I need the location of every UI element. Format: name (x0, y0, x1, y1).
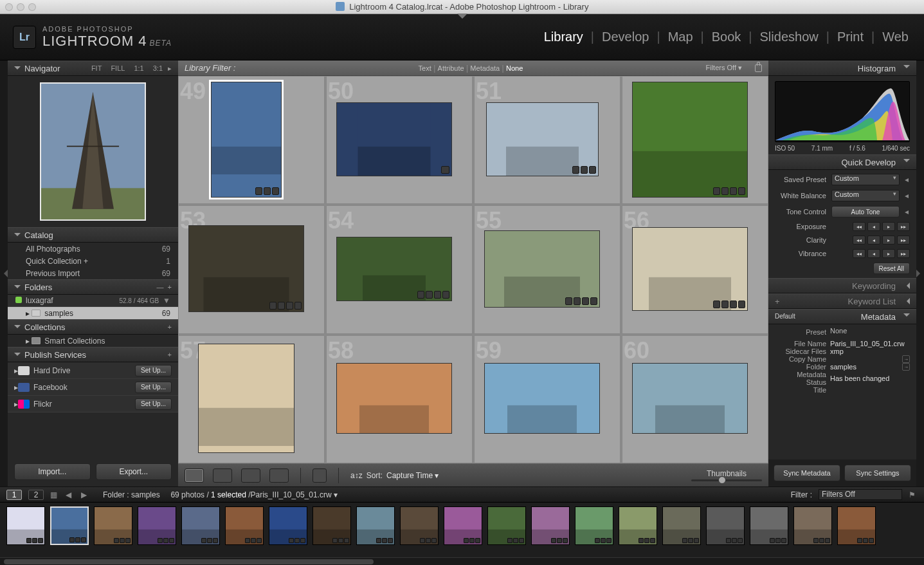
grid-mode-icon[interactable]: ▦ (50, 490, 59, 499)
histogram-header[interactable]: Histogram (768, 60, 916, 76)
collections-add[interactable]: + (168, 323, 172, 331)
catalog-item[interactable]: Quick Collection +1 (8, 255, 178, 267)
painter-icon[interactable] (313, 468, 327, 483)
thumbnail-grid[interactable]: 4950515354555657585960 (178, 76, 768, 463)
metadata-set-select[interactable]: Default (775, 313, 820, 323)
catalog-header[interactable]: Catalog (8, 227, 178, 243)
go-icon[interactable]: → (902, 363, 910, 371)
reset-all-button[interactable]: Reset All (873, 263, 910, 274)
auto-tone-button[interactable]: Auto Tone (831, 206, 900, 218)
chevron-icon[interactable]: ◂ (905, 207, 910, 216)
catalog-item[interactable]: All Photographs69 (8, 243, 178, 255)
publish-add[interactable]: + (168, 351, 172, 358)
grid-cell[interactable]: 58 (326, 335, 473, 463)
grid-cell[interactable]: 54 (326, 205, 473, 333)
folder-row-samples[interactable]: ▸ samples 69 (8, 307, 178, 319)
grid-cell[interactable]: 55 (474, 205, 621, 333)
module-develop[interactable]: Develop (599, 30, 651, 44)
filmstrip-thumb[interactable] (575, 506, 613, 545)
chevron-icon[interactable]: ◂ (905, 191, 910, 200)
filter-text[interactable]: Text (419, 64, 431, 72)
smart-collections-row[interactable]: ▸ Smart Collections (8, 335, 178, 347)
keywording-header[interactable]: Keywording (768, 278, 916, 293)
export-button[interactable]: Export... (96, 463, 172, 480)
filter-metadata[interactable]: Metadata (470, 64, 500, 72)
grid-cell[interactable]: 60 (622, 335, 768, 463)
publish-header[interactable]: Publish Services + (8, 347, 178, 362)
grid-cell[interactable]: 50 (326, 76, 473, 204)
filter-none[interactable]: None (506, 64, 523, 72)
lock-icon[interactable] (755, 64, 762, 72)
folders-header[interactable]: Folders — + (8, 279, 178, 295)
filmstrip-thumb[interactable] (6, 506, 45, 545)
navigator-modes[interactable]: FITFILL1:13:1 ▸ (87, 64, 172, 73)
filmstrip-thumb[interactable] (225, 506, 264, 545)
filmstrip-thumb[interactable] (269, 506, 307, 545)
publish-hd[interactable]: ▸ Hard DriveSet Up... (8, 362, 178, 379)
sync-settings-button[interactable]: Sync Settings (844, 465, 911, 481)
import-button[interactable]: Import... (14, 463, 91, 480)
view-loupe-icon[interactable] (213, 468, 232, 483)
white-balance-select[interactable]: Custom (831, 190, 900, 201)
view-grid-icon[interactable] (185, 468, 204, 483)
navigator-header[interactable]: Navigator FITFILL1:13:1 ▸ (8, 60, 178, 76)
filmstrip-thumb[interactable] (181, 506, 220, 545)
saved-preset-select[interactable]: Custom (831, 174, 900, 185)
filmstrip-thumb[interactable] (837, 506, 876, 545)
window-1[interactable]: 1 (6, 490, 22, 500)
sort-az-icon[interactable]: a↕z (350, 471, 363, 480)
setup-button[interactable]: Set Up... (135, 382, 172, 393)
module-map[interactable]: Map (666, 30, 696, 44)
filmstrip-thumb[interactable] (487, 506, 526, 545)
setup-button[interactable]: Set Up... (135, 365, 172, 376)
sync-metadata-button[interactable]: Sync Metadata (774, 465, 840, 481)
filmstrip-thumb[interactable] (662, 506, 701, 545)
folders-tools[interactable]: — + (156, 283, 172, 291)
grid-cell[interactable]: 49 (178, 76, 325, 204)
navigator-preview[interactable] (40, 82, 146, 221)
sort-value[interactable]: Capture Time ▾ (386, 471, 439, 480)
setup-button[interactable]: Set Up... (135, 398, 172, 410)
filmstrip-thumb[interactable] (706, 506, 745, 545)
filmstrip-thumb[interactable] (444, 506, 482, 545)
filmstrip-scrollbar[interactable] (0, 557, 924, 565)
module-slideshow[interactable]: Slideshow (757, 30, 821, 44)
histogram[interactable] (775, 81, 910, 142)
publish-fb[interactable]: ▸ FacebookSet Up... (8, 379, 178, 396)
filmstrip-thumb[interactable] (94, 506, 132, 545)
grid-cell[interactable]: 59 (474, 335, 621, 463)
filters-off[interactable]: Filters Off ▾ (705, 64, 742, 72)
grid-cell[interactable]: 51 (474, 76, 621, 204)
view-survey-icon[interactable] (269, 468, 289, 483)
metadata-header[interactable]: Default Metadata (768, 309, 916, 324)
filter-attribute[interactable]: Attribute (438, 64, 464, 72)
go-icon[interactable]: → (902, 355, 910, 363)
module-library[interactable]: Library (541, 30, 586, 44)
thumb-size-slider[interactable] (691, 479, 762, 481)
collections-header[interactable]: Collections + (8, 319, 178, 335)
filmstrip[interactable] (0, 502, 924, 557)
status-filter-select[interactable]: Filters Off (819, 489, 902, 500)
chevron-icon[interactable]: ◂ (905, 175, 910, 184)
grid-cell[interactable]: 56 (622, 205, 768, 333)
module-print[interactable]: Print (835, 30, 866, 44)
vibrance-stepper[interactable]: ◂◂◂▸▸▸ (853, 249, 910, 258)
grid-cell[interactable] (622, 76, 768, 204)
filmstrip-thumb[interactable] (138, 506, 176, 545)
exposure-stepper[interactable]: ◂◂◂▸▸▸ (853, 222, 910, 231)
status-folder[interactable]: Folder : samples (103, 490, 160, 499)
left-panel-toggle[interactable] (0, 60, 8, 486)
publish-fl[interactable]: ▸ FlickrSet Up... (8, 396, 178, 412)
view-compare-icon[interactable] (241, 468, 260, 483)
grid-cell[interactable]: 57 (178, 335, 325, 463)
catalog-item[interactable]: Previous Import69 (8, 267, 178, 279)
filmstrip-thumb[interactable] (50, 506, 89, 545)
flag-icon[interactable]: ⚑ (909, 490, 918, 499)
window-2[interactable]: 2 (28, 490, 44, 500)
grid-cell[interactable]: 53 (178, 205, 325, 333)
module-book[interactable]: Book (709, 30, 744, 44)
filmstrip-thumb[interactable] (750, 506, 788, 545)
back-icon[interactable]: ◀ (66, 490, 75, 499)
clarity-stepper[interactable]: ◂◂◂▸▸▸ (853, 236, 910, 245)
keyword-list-header[interactable]: + Keyword List (768, 293, 916, 309)
